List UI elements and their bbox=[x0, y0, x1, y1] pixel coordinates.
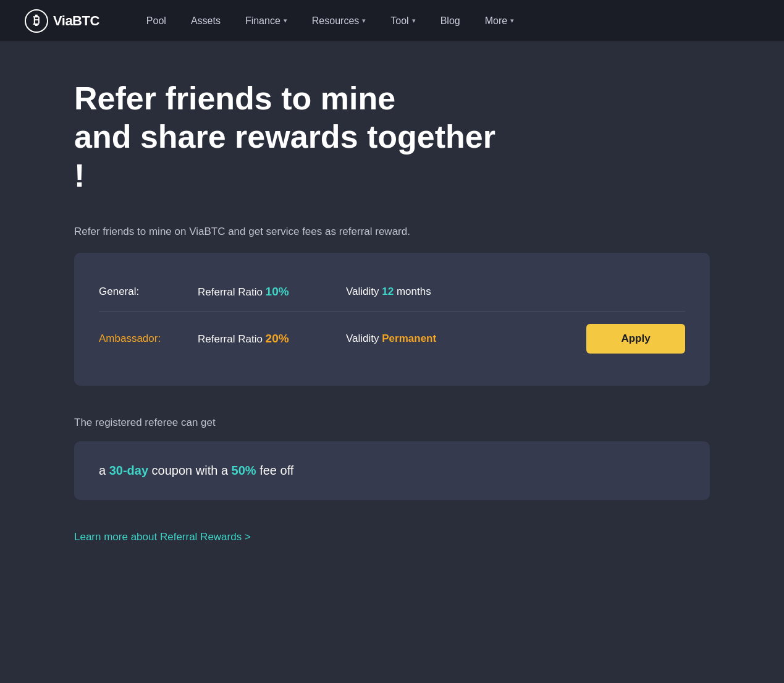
general-label: General: bbox=[99, 286, 173, 298]
general-ratio: Referral Ratio 10% bbox=[198, 285, 321, 299]
row-divider bbox=[99, 311, 685, 312]
nav-item-more[interactable]: More ▾ bbox=[475, 11, 524, 32]
logo-text: ViaBTC bbox=[53, 13, 99, 29]
navbar: ₿ ViaBTC Pool Assets Finance ▾ Resources… bbox=[0, 0, 784, 42]
ambassador-ratio-value: 20% bbox=[266, 332, 289, 345]
general-ratio-value: 10% bbox=[266, 285, 289, 298]
chevron-down-icon: ▾ bbox=[510, 17, 514, 25]
nav-menu: Pool Assets Finance ▾ Resources ▾ Tool ▾… bbox=[137, 11, 524, 32]
coupon-card: a 30-day coupon with a 50% fee off bbox=[74, 441, 710, 500]
svg-text:₿: ₿ bbox=[33, 14, 40, 27]
coupon-percent: 50% bbox=[232, 464, 256, 477]
nav-item-pool[interactable]: Pool bbox=[137, 11, 176, 32]
nav-item-finance[interactable]: Finance ▾ bbox=[235, 11, 297, 32]
ambassador-row: Ambassador: Referral Ratio 20% Validity … bbox=[99, 314, 685, 363]
chevron-down-icon: ▾ bbox=[362, 17, 366, 25]
general-validity: Validity 12 months bbox=[346, 286, 685, 298]
nav-item-assets[interactable]: Assets bbox=[181, 11, 230, 32]
chevron-down-icon: ▾ bbox=[284, 17, 287, 25]
referral-card: General: Referral Ratio 10% Validity 12 … bbox=[74, 253, 710, 386]
nav-item-blog[interactable]: Blog bbox=[431, 11, 470, 32]
hero-subtitle: Refer friends to mine on ViaBTC and get … bbox=[74, 226, 710, 238]
ambassador-validity: Validity Permanent bbox=[346, 333, 562, 345]
general-validity-value: 12 bbox=[382, 286, 394, 297]
apply-button[interactable]: Apply bbox=[586, 324, 685, 354]
referee-section-title: The registered referee can get bbox=[74, 417, 710, 429]
ambassador-label: Ambassador: bbox=[99, 333, 173, 345]
general-row: General: Referral Ratio 10% Validity 12 … bbox=[99, 275, 685, 308]
nav-item-tool[interactable]: Tool ▾ bbox=[381, 11, 425, 32]
hero-title: Refer friends to mine and share rewards … bbox=[74, 79, 507, 195]
ambassador-ratio: Referral Ratio 20% bbox=[198, 332, 321, 346]
ambassador-validity-value: Permanent bbox=[382, 333, 436, 344]
learn-more-link[interactable]: Learn more about Referral Rewards > bbox=[74, 531, 251, 543]
coupon-days: 30-day bbox=[109, 464, 148, 477]
logo-icon: ₿ bbox=[25, 9, 48, 33]
logo[interactable]: ₿ ViaBTC bbox=[25, 9, 99, 33]
chevron-down-icon: ▾ bbox=[412, 17, 416, 25]
main-content: Refer friends to mine and share rewards … bbox=[0, 42, 784, 593]
coupon-text: a 30-day coupon with a 50% fee off bbox=[99, 464, 685, 478]
nav-item-resources[interactable]: Resources ▾ bbox=[302, 11, 376, 32]
